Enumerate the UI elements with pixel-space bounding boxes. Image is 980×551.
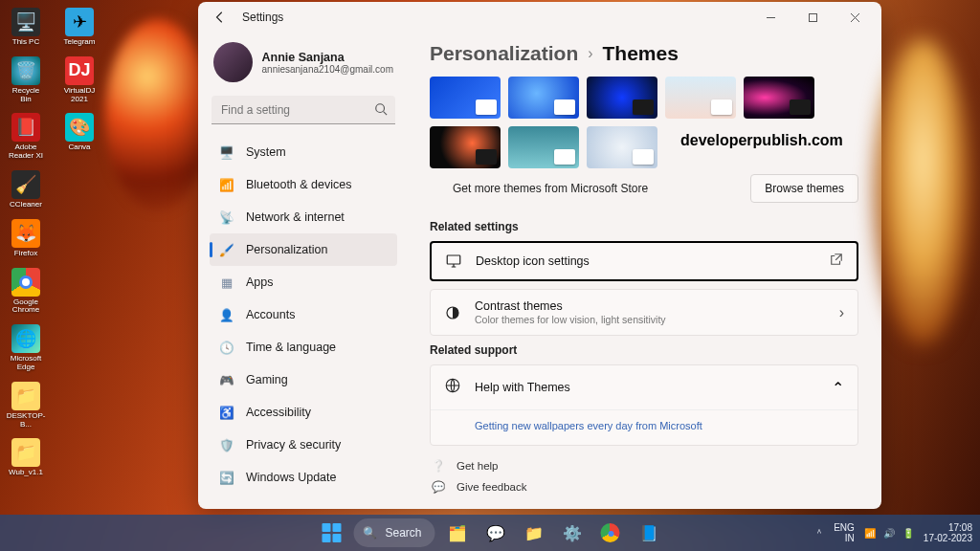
folder-icon: 📁	[11, 382, 40, 410]
theme-thumb[interactable]	[508, 77, 579, 119]
maximize-button[interactable]	[791, 3, 834, 32]
update-icon: 🔄	[219, 470, 234, 485]
theme-thumb[interactable]	[430, 126, 501, 168]
sidebar: Annie Sanjana anniesanjana2104@gmail.com…	[198, 33, 407, 509]
desktop-icon-firefox[interactable]: 🦊Firefox	[6, 219, 46, 258]
monitor-icon	[445, 253, 462, 270]
language-indicator[interactable]: ENGIN	[834, 522, 855, 544]
shield-icon: 🛡️	[219, 437, 234, 452]
desktop-icon-settings-card[interactable]: Desktop icon settings	[430, 241, 858, 281]
taskbar-search[interactable]: 🔍Search	[353, 518, 434, 547]
apps-icon: ▦	[219, 275, 234, 290]
nav-apps[interactable]: ▦Apps	[210, 266, 397, 298]
window-title: Settings	[242, 11, 283, 24]
battery-icon: 🔋	[902, 528, 914, 539]
taskbar: 🔍Search 🗂️ 💬 📁 ⚙️ 📘 ＾ ENGIN 📶 🔊 🔋 17:081…	[0, 515, 980, 551]
theme-thumb[interactable]	[587, 126, 657, 168]
nav-windows-update[interactable]: 🔄Windows Update	[210, 461, 397, 494]
taskbar-app-settings[interactable]: ⚙️	[556, 518, 589, 547]
minimize-button[interactable]	[749, 3, 791, 32]
theme-thumb[interactable]	[430, 77, 501, 119]
desktop-icons: 🖥️This PC ✈Telegram 🗑️Recycle Bin DJVirt…	[6, 8, 101, 477]
browse-themes-button[interactable]: Browse themes	[750, 174, 858, 203]
give-feedback-link[interactable]: 💬Give feedback	[430, 476, 858, 497]
volume-icon: 🔊	[883, 528, 895, 539]
chrome-icon	[11, 268, 40, 297]
pc-icon: 🖥️	[11, 8, 40, 36]
theme-thumb[interactable]	[665, 77, 736, 119]
theme-thumb[interactable]	[587, 77, 657, 119]
clock-icon: 🕓	[219, 340, 234, 355]
close-button[interactable]	[834, 3, 876, 32]
taskbar-tray: ＾ ENGIN 📶 🔊 🔋 17:0817-02-2023	[814, 522, 972, 544]
taskbar-app-chrome[interactable]	[594, 518, 627, 547]
nav-network[interactable]: 📡Network & internet	[210, 201, 397, 233]
search-input[interactable]	[212, 96, 395, 124]
desktop-icon-virtualdj[interactable]: DJVirtualDJ 2021	[59, 56, 100, 104]
desktop-icon-telegram[interactable]: ✈Telegram	[59, 8, 100, 47]
desktop-icon-recycle-bin[interactable]: 🗑️Recycle Bin	[6, 56, 46, 104]
desktop-icon-canva[interactable]: 🎨Canva	[59, 113, 100, 161]
theme-grid: developerpublish.com	[430, 77, 858, 168]
settings-window: Settings Annie Sanjana anniesanjana2104@…	[198, 2, 881, 509]
nav-personalization[interactable]: 🖌️Personalization	[210, 233, 397, 266]
desktop-icon-ccleaner[interactable]: 🧹CCleaner	[6, 170, 46, 209]
gaming-icon: 🎮	[219, 372, 234, 387]
wallpapers-link[interactable]: Getting new wallpapers every day from Mi…	[431, 409, 858, 445]
system-icon: 🖥️	[219, 144, 234, 160]
profile-block[interactable]: Annie Sanjana anniesanjana2104@gmail.com	[210, 36, 397, 96]
clock[interactable]: 17:0817-02-2023	[924, 522, 972, 544]
help-icon: ❔	[432, 459, 445, 473]
titlebar: Settings	[198, 2, 881, 33]
profile-email: anniesanjana2104@gmail.com	[262, 64, 393, 75]
globe-icon	[444, 377, 461, 398]
accounts-icon: 👤	[219, 307, 234, 322]
breadcrumb: Personalization › Themes	[430, 42, 858, 65]
help-themes-card: Help with Themes ⌃ Getting new wallpaper…	[430, 364, 858, 446]
desktop-icon-adobe-reader[interactable]: 📕Adobe Reader XI	[6, 113, 46, 161]
help-themes-header[interactable]: Help with Themes ⌃	[431, 365, 858, 409]
contrast-themes-card[interactable]: Contrast themesColor themes for low visi…	[430, 289, 858, 336]
chevron-up-icon: ⌃	[832, 379, 844, 397]
section-related-support: Related support	[430, 343, 858, 357]
get-help-link[interactable]: ❔Get help	[430, 455, 858, 476]
svg-rect-2	[447, 255, 460, 264]
main-panel: Personalization › Themes developerpublis…	[407, 33, 881, 509]
nav-system[interactable]: 🖥️System	[210, 136, 397, 168]
watermark-text: developerpublish.com	[680, 132, 843, 149]
search-icon: 🔍	[363, 526, 377, 540]
back-button[interactable]	[212, 9, 229, 26]
theme-thumb[interactable]	[744, 77, 814, 119]
search-icon	[374, 102, 388, 120]
theme-thumb[interactable]	[508, 126, 579, 168]
taskbar-app-teams[interactable]: 💬	[479, 518, 512, 547]
nav-gaming[interactable]: 🎮Gaming	[210, 364, 397, 396]
desktop-icon-this-pc[interactable]: 🖥️This PC	[6, 8, 46, 47]
store-text: Get more themes from Microsoft Store	[430, 182, 648, 195]
bluetooth-icon: 📶	[219, 177, 234, 192]
nav-list: 🖥️System 📶Bluetooth & devices 📡Network &…	[210, 136, 397, 494]
taskbar-app-word[interactable]: 📘	[633, 518, 665, 547]
search-box[interactable]	[212, 96, 395, 124]
task-view-button[interactable]: 🗂️	[441, 518, 474, 547]
taskbar-app-explorer[interactable]: 📁	[518, 518, 550, 547]
breadcrumb-parent[interactable]: Personalization	[430, 42, 578, 65]
avatar	[213, 42, 253, 82]
desktop-icon-folder[interactable]: 📁DESKTOP-B...	[6, 382, 46, 430]
nav-privacy[interactable]: 🛡️Privacy & security	[210, 429, 397, 461]
svg-point-1	[376, 104, 385, 113]
nav-accessibility[interactable]: ♿Accessibility	[210, 396, 397, 429]
system-tray-icons[interactable]: 📶 🔊 🔋	[864, 528, 914, 539]
desktop-icon-edge[interactable]: 🌐Microsoft Edge	[6, 324, 46, 372]
contrast-icon	[444, 304, 461, 321]
desktop-icon-chrome[interactable]: Google Chrome	[6, 268, 46, 316]
start-button[interactable]	[315, 518, 347, 547]
desktop-icon-wub[interactable]: 📁Wub_v1.1	[6, 438, 46, 477]
profile-name: Annie Sanjana	[262, 51, 393, 64]
nav-time[interactable]: 🕓Time & language	[210, 331, 397, 364]
feedback-icon: 💬	[432, 480, 445, 494]
nav-bluetooth[interactable]: 📶Bluetooth & devices	[210, 168, 397, 201]
nav-accounts[interactable]: 👤Accounts	[210, 298, 397, 331]
adobe-reader-icon: 📕	[11, 113, 40, 142]
tray-chevron-up-icon[interactable]: ＾	[814, 526, 824, 540]
